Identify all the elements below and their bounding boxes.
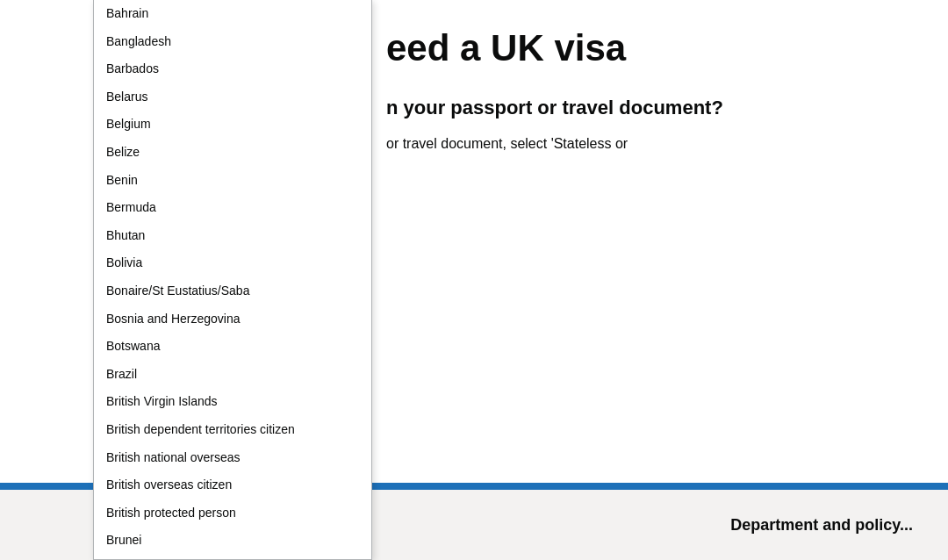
list-item[interactable]: Benin: [94, 167, 371, 195]
footer-text: Department and policy...: [730, 516, 913, 535]
list-item[interactable]: British protected person: [94, 499, 371, 528]
list-item[interactable]: British Virgin Islands: [94, 388, 371, 416]
list-item[interactable]: Brazil: [94, 361, 371, 389]
list-item[interactable]: Bangladesh: [94, 28, 371, 56]
list-item[interactable]: Belarus: [94, 83, 371, 111]
list-item[interactable]: Belize: [94, 139, 371, 167]
list-item[interactable]: British dependent territories citizen: [94, 416, 371, 444]
page-heading: eed a UK visa: [386, 26, 895, 70]
list-item[interactable]: Bonaire/St Eustatius/Saba: [94, 277, 371, 305]
list-item[interactable]: British overseas citizen: [94, 471, 371, 499]
section-title: n your passport or travel document?: [386, 97, 895, 119]
section-body: or travel document, select 'Stateless or: [386, 133, 895, 154]
list-item[interactable]: Brunei: [94, 527, 371, 555]
dropdown-overlay[interactable]: BahrainBangladeshBarbadosBelarusBelgiumB…: [93, 0, 372, 560]
dropdown-list[interactable]: BahrainBangladeshBarbadosBelarusBelgiumB…: [94, 0, 371, 559]
list-item[interactable]: Bosnia and Herzegovina: [94, 305, 371, 334]
list-item[interactable]: Bhutan: [94, 222, 371, 250]
list-item[interactable]: Bolivia: [94, 249, 371, 277]
page-container: eed a UK visa n your passport or travel …: [0, 0, 948, 560]
list-item[interactable]: Barbados: [94, 55, 371, 83]
list-item[interactable]: Bahrain: [94, 0, 371, 28]
list-item[interactable]: Bermuda: [94, 194, 371, 222]
list-item[interactable]: Belgium: [94, 111, 371, 139]
list-item[interactable]: Botswana: [94, 333, 371, 361]
list-item[interactable]: Bulgaria: [94, 555, 371, 559]
list-item[interactable]: British national overseas: [94, 444, 371, 472]
